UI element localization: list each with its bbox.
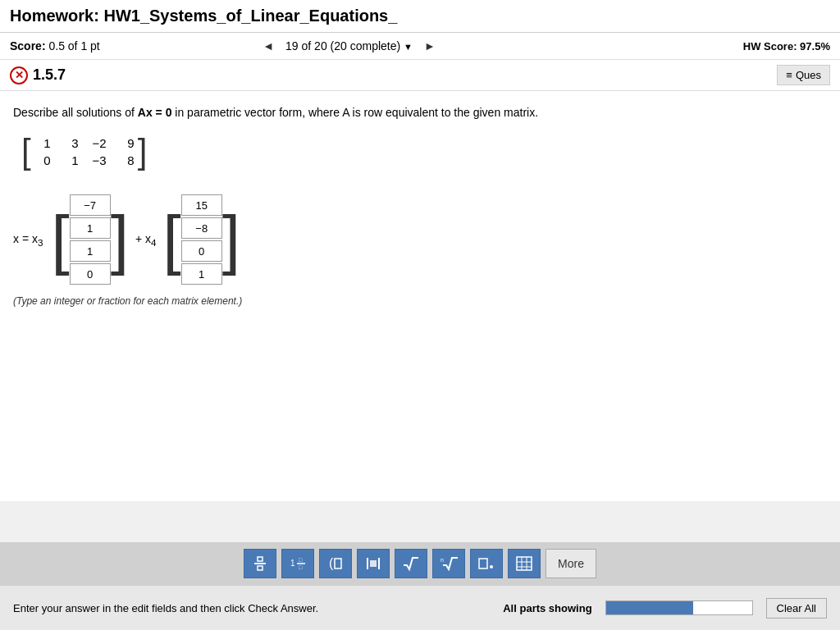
svg-rect-1 xyxy=(258,557,262,561)
svg-rect-2 xyxy=(258,566,262,570)
instruction-text: Enter your answer in the edit fields and… xyxy=(13,602,490,614)
vector1-input-1[interactable] xyxy=(70,194,111,216)
more-button[interactable]: More xyxy=(546,549,596,578)
svg-rect-8 xyxy=(335,559,341,568)
svg-rect-10 xyxy=(370,560,377,567)
svg-text:□: □ xyxy=(299,557,303,563)
svg-text:1: 1 xyxy=(290,559,295,568)
absolute-value-button[interactable] xyxy=(357,549,390,578)
math-toolbar: 1 □ □ ( n xyxy=(0,542,840,585)
clear-all-button[interactable]: Clear All xyxy=(766,598,827,619)
page-title: Homework: HW1_Systems_of_Linear_Equation… xyxy=(0,0,840,33)
vector1-input-4[interactable] xyxy=(70,263,111,285)
given-matrix: [ 1 3 −2 9 0 1 −3 8 ] xyxy=(21,135,147,169)
question-bar: ✕ 1.5.7 ≡ Ques xyxy=(0,60,840,91)
vector1-bracket-left: [ xyxy=(51,212,69,267)
hw-score: HW Score: 97.5% xyxy=(743,40,830,52)
next-question-button[interactable]: ► xyxy=(419,38,441,54)
ques-icon: ≡ xyxy=(786,69,792,81)
vector2-input-4[interactable] xyxy=(181,263,222,285)
vector1-input-3[interactable] xyxy=(70,240,111,262)
decimal-button[interactable] xyxy=(470,549,503,578)
fraction-button[interactable] xyxy=(244,549,276,578)
vector2-group: [ ] xyxy=(162,194,240,285)
matrix-bracket-left: [ xyxy=(21,135,31,169)
question-id: 1.5.7 xyxy=(33,66,66,84)
nav-label: 19 of 20 (20 complete) ▼ xyxy=(285,39,413,52)
matrix-cell: 0 xyxy=(34,153,51,167)
vector2-input-1[interactable] xyxy=(181,194,222,216)
matrix-cell: −3 xyxy=(90,153,107,167)
matrix-cell: 1 xyxy=(62,153,79,167)
mixed-fraction-button[interactable]: 1 □ □ xyxy=(281,549,314,578)
svg-text:□: □ xyxy=(299,564,303,570)
vector2-input-3[interactable] xyxy=(181,240,222,262)
vector2-input-2[interactable] xyxy=(181,217,222,239)
parentheses-button[interactable]: ( xyxy=(319,549,352,578)
main-content: Describe all solutions of Ax = 0 in para… xyxy=(0,91,840,501)
svg-rect-16 xyxy=(517,557,532,570)
vector1-bracket-right: ] xyxy=(111,212,129,267)
prev-question-button[interactable]: ◄ xyxy=(258,38,279,54)
score-value: 0.5 of 1 pt xyxy=(48,39,99,52)
matrix-row-1: 1 3 −2 9 xyxy=(34,136,135,150)
nth-root-button[interactable]: n xyxy=(432,549,465,578)
matrix-bracket-right: ] xyxy=(138,135,148,169)
matrix-row-2: 0 1 −3 8 xyxy=(34,153,135,167)
vector1-group: [ ] xyxy=(51,194,128,285)
problem-description: Describe all solutions of Ax = 0 in para… xyxy=(13,104,827,121)
matrix-cell: 8 xyxy=(118,153,135,167)
question-number: ✕ 1.5.7 xyxy=(10,66,66,84)
nav-dropdown[interactable]: ▼ xyxy=(404,42,413,52)
svg-rect-14 xyxy=(479,559,487,568)
vector1-input-2[interactable] xyxy=(70,217,111,239)
matrix-cell: 1 xyxy=(34,136,51,150)
operator-label: + x4 xyxy=(135,232,157,248)
matrix-symbol-button[interactable] xyxy=(508,549,541,578)
svg-text:n: n xyxy=(441,557,444,563)
matrix-cell: 3 xyxy=(62,136,79,150)
progress-bar-container xyxy=(605,600,753,615)
x-equals-label: x = x3 xyxy=(13,232,43,248)
svg-text:(: ( xyxy=(329,556,334,570)
score-label: Score: 0.5 of 1 pt xyxy=(10,39,100,52)
progress-bar-fill xyxy=(606,601,694,614)
vector1-cells[interactable] xyxy=(70,194,111,285)
status-bar: Enter your answer in the edit fields and… xyxy=(0,585,840,630)
all-parts-label: All parts showing xyxy=(503,602,591,614)
matrix-cell: 9 xyxy=(118,136,135,150)
score-bar: Score: 0.5 of 1 pt ◄ 19 of 20 (20 comple… xyxy=(0,33,840,60)
answer-section: x = x3 [ ] + x4 [ ] xyxy=(13,194,827,285)
vector2-cells[interactable] xyxy=(181,194,222,285)
svg-point-15 xyxy=(490,565,493,568)
matrix-cell: −2 xyxy=(90,136,107,150)
nav-controls: ◄ 19 of 20 (20 complete) ▼ ► xyxy=(258,38,441,54)
vector2-bracket-right: ] xyxy=(222,212,240,267)
sqrt-button[interactable] xyxy=(395,549,427,578)
questions-list-button[interactable]: ≡ Ques xyxy=(777,65,830,85)
vector2-bracket-left: [ xyxy=(162,212,180,267)
type-hint: (Type an integer or fraction for each ma… xyxy=(13,295,827,307)
matrix-rows: 1 3 −2 9 0 1 −3 8 xyxy=(34,136,135,167)
incorrect-icon: ✕ xyxy=(10,66,28,84)
